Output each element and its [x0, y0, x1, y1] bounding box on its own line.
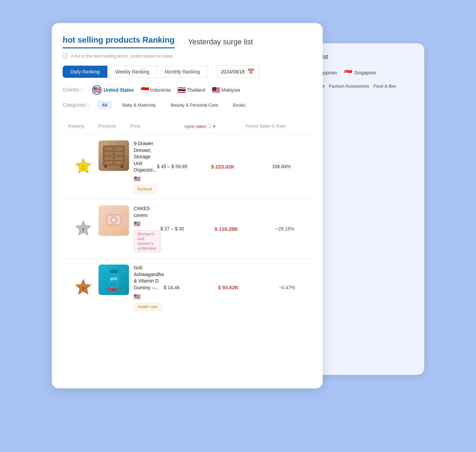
country-us[interactable]: 🇺🇸 United States [92, 85, 134, 95]
back-country-sg[interactable]: 🇸🇬 Singapore [344, 69, 376, 77]
product-cell-1: 9-Drawer Dresser, Storage Unit Organize.… [99, 140, 157, 193]
rank-badge-1: 1 [68, 158, 99, 175]
svg-point-27 [112, 289, 114, 291]
svg-point-25 [110, 283, 118, 287]
svg-rect-11 [104, 165, 107, 168]
back-cat-food[interactable]: Food & Bev [373, 84, 396, 89]
us-label: United States [104, 87, 134, 93]
cat-baby[interactable]: Baby & Maternity [117, 101, 160, 109]
country-row: Country： 🇺🇸 United States 🇮🇩 Indonesia 🇹… [63, 85, 312, 95]
gold-medal-icon: 1 [76, 158, 91, 175]
sg-flag: 🇸🇬 [344, 69, 352, 77]
svg-text:3: 3 [82, 286, 85, 291]
date-picker[interactable]: 2024/08/18 📅 [216, 65, 259, 78]
header-products: Products [99, 123, 130, 129]
product-info-1: 9-Drawer Dresser, Storage Unit Organize.… [134, 140, 157, 193]
cat-books[interactable]: Books, [228, 101, 251, 109]
calendar-icon: 📅 [247, 68, 254, 75]
product-tag-3[interactable]: health care [134, 303, 161, 311]
info-text: A list of the best-selling items, sorted… [71, 53, 173, 59]
svg-point-10 [113, 162, 115, 164]
price-cell-1: $ 45 – $ 59.99 [157, 164, 211, 169]
info-icon-cycle: ⓘ [208, 123, 212, 129]
product-tag-1[interactable]: furniture [134, 185, 156, 193]
product-image-3: goli [99, 265, 129, 295]
sales-cell-2: $ 116.28K [215, 226, 276, 232]
svg-point-8 [113, 153, 115, 155]
country-label: Country： [63, 87, 84, 93]
svg-rect-12 [121, 165, 123, 168]
table-row: 1 [63, 134, 312, 199]
product-info-3: Goli Ashwagandha & Vitamin D Gummy –... … [134, 265, 164, 310]
tab-surge[interactable]: Yesterday surge list [188, 38, 253, 46]
th-flag: 🇹🇭 [177, 86, 185, 94]
rate-cell-2: −28.16% [276, 226, 312, 231]
monthly-ranking-button[interactable]: Monthly Ranking [157, 66, 208, 78]
product-info-2: CAKES covers 🇺🇸 Women's and women's unde… [134, 205, 160, 252]
sales-cell-1: $ 223.02K [211, 164, 272, 170]
product-flag-3: 🇺🇸 [134, 293, 164, 300]
product-flag-1: 🇺🇸 [134, 176, 157, 182]
ranking-buttons: Daily Ranking Weekly Ranking Monthly Ran… [63, 65, 312, 78]
info-icon: ℹ [63, 53, 68, 59]
header-price: Price [130, 123, 185, 129]
product-flag-2: 🇺🇸 [134, 221, 160, 227]
product-name-3: Goli Ashwagandha & Vitamin D Gummy –... [134, 265, 164, 291]
table-row: 3 goli [63, 258, 312, 316]
us-flag: 🇺🇸 [93, 86, 101, 94]
svg-point-9 [113, 158, 115, 159]
id-flag: 🇮🇩 [141, 86, 148, 94]
bronze-medal-icon: 3 [76, 279, 91, 296]
product-image-2 [99, 205, 129, 236]
product-image-1 [99, 140, 129, 171]
svg-point-26 [108, 288, 111, 291]
rank-badge-2: 2 [68, 220, 99, 237]
header-cycle-sales: cycle sales ⓘ ▾ [185, 123, 245, 129]
svg-point-28 [115, 288, 118, 291]
price-cell-3: $ 14.46 [164, 285, 218, 290]
country-my[interactable]: 🇲🇾 Malaysia [212, 86, 240, 94]
cat-beauty[interactable]: Beauty & Personal Care [166, 101, 222, 109]
product-cell-3: goli Goli Ashwagandha & Vitamin D Gummy … [99, 265, 164, 310]
country-id[interactable]: 🇮🇩 Indonesia [141, 86, 171, 94]
category-row: Categories： All Baby & Maternity Beauty … [63, 101, 312, 109]
weekly-ranking-button[interactable]: Weekly Ranking [107, 66, 157, 78]
cycle-sales-label: cycle sales [185, 124, 206, 129]
svg-text:2: 2 [82, 227, 85, 232]
header-tabs: hot selling products Ranking Yesterday s… [63, 35, 312, 48]
th-label: Thailand [187, 87, 205, 93]
svg-text:1: 1 [82, 164, 85, 170]
rate-cell-1: 106.84% [272, 164, 312, 169]
rank-badge-3: 3 [68, 279, 99, 296]
svg-point-7 [113, 148, 115, 150]
sg-label: Singapore [354, 70, 376, 75]
product-name-2: CAKES covers [134, 205, 160, 219]
product-table: Ranking Products Price cycle sales ⓘ ▾ P… [63, 119, 312, 317]
tab-hot-selling[interactable]: hot selling products Ranking [63, 35, 175, 48]
country-th[interactable]: 🇹🇭 Thailand [177, 86, 205, 94]
category-label: Categories： [63, 102, 90, 108]
header-ranking: Ranking [68, 123, 99, 129]
dropdown-icon-cycle[interactable]: ▾ [213, 124, 215, 129]
rate-cell-3: −0.47% [279, 285, 312, 290]
table-row: 2 [63, 199, 312, 258]
sales-cell-3: $ 93.62K [218, 285, 279, 290]
product-name-1: 9-Drawer Dresser, Storage Unit Organize.… [134, 140, 157, 174]
svg-point-19 [112, 218, 116, 222]
table-header: Ranking Products Price cycle sales ⓘ ▾ P… [63, 119, 312, 134]
svg-rect-23 [110, 270, 118, 273]
daily-ranking-button[interactable]: Daily Ranking [63, 66, 107, 78]
cat-all[interactable]: All [97, 101, 112, 109]
main-card: hot selling products Ranking Yesterday s… [52, 23, 323, 388]
my-label: Malaysia [221, 87, 240, 93]
header-period-rate: Period Sales G Rate [245, 123, 306, 129]
back-cat-fashion[interactable]: Fashion Accessories [329, 84, 369, 89]
my-flag: 🇲🇾 [212, 86, 219, 94]
silver-medal-icon: 2 [76, 220, 91, 237]
price-cell-2: $ 27 – $ 30 [160, 226, 215, 231]
id-label: Indonesia [150, 87, 171, 93]
info-row: ℹ A list of the best-selling items, sort… [63, 53, 312, 59]
date-value: 2024/08/18 [221, 69, 245, 74]
product-tag-2[interactable]: Women's and women's underwear [134, 230, 160, 252]
product-cell-2: CAKES covers 🇺🇸 Women's and women's unde… [99, 205, 160, 252]
